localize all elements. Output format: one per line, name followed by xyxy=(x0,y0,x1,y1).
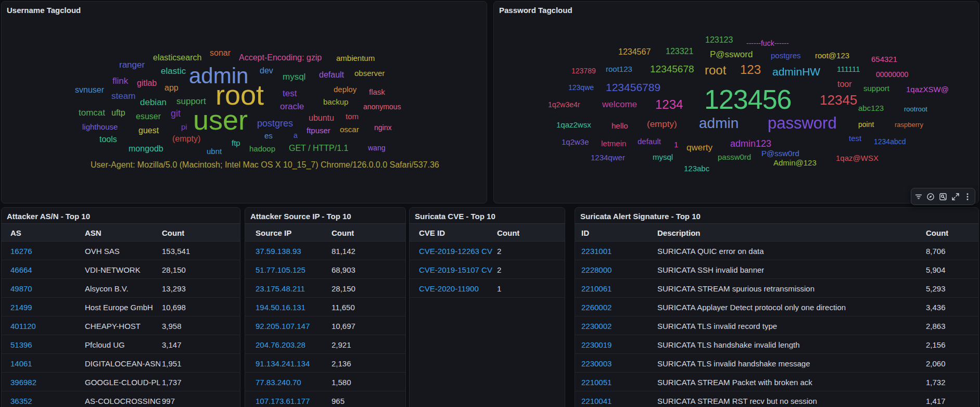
tagcloud-word[interactable]: root xyxy=(705,64,726,77)
column-header[interactable]: ID xyxy=(581,228,589,237)
tagcloud-word[interactable]: test xyxy=(849,134,861,142)
tagcloud-word[interactable]: raspberry xyxy=(895,121,923,128)
tagcloud-word[interactable]: es xyxy=(264,132,273,139)
table-cell-link[interactable]: 2231001 xyxy=(581,246,612,255)
tagcloud-word[interactable]: point xyxy=(858,121,874,128)
tagcloud-word[interactable]: user xyxy=(193,106,248,134)
tagcloud-word[interactable]: ambientum xyxy=(336,54,375,62)
tagcloud-word[interactable]: rootroot xyxy=(904,106,927,112)
tagcloud-word[interactable]: deploy xyxy=(334,85,357,93)
tagcloud-word[interactable]: guest xyxy=(138,126,159,135)
tagcloud-word[interactable]: hadoop xyxy=(249,145,275,152)
filter-icon[interactable] xyxy=(913,192,924,202)
tagcloud-word[interactable]: 123qwe xyxy=(568,84,594,91)
tagcloud-word[interactable]: welcome xyxy=(602,100,637,109)
tagcloud-word[interactable]: ranger xyxy=(119,60,145,69)
table-cell-link[interactable]: 194.50.16.131 xyxy=(256,302,306,311)
tagcloud-word[interactable]: ubuntu xyxy=(309,114,334,122)
tagcloud-word[interactable]: anonymous xyxy=(363,103,401,110)
table-cell-link[interactable]: 396982 xyxy=(10,377,36,386)
tagcloud-word[interactable]: mysql xyxy=(653,153,673,161)
tagcloud-word[interactable]: esuser xyxy=(136,112,161,121)
table-cell-link[interactable]: 46664 xyxy=(10,265,32,274)
tagcloud-word[interactable]: 123abc xyxy=(684,164,709,172)
table-cell-link[interactable]: 49870 xyxy=(10,284,32,292)
tagcloud-word[interactable]: 1 xyxy=(674,141,678,148)
tagcloud-word[interactable]: sonar xyxy=(210,49,231,57)
tagcloud-word[interactable]: admin xyxy=(699,116,739,131)
table-cell-link[interactable]: 36352 xyxy=(10,396,32,405)
tagcloud-word[interactable]: 1qaz2wsx xyxy=(556,121,591,129)
column-header[interactable]: Count xyxy=(162,228,184,237)
tagcloud-word[interactable]: default xyxy=(638,137,661,145)
tagcloud-word[interactable]: observer xyxy=(354,69,385,77)
tagcloud-word[interactable]: User-Agent: Mozilla/5.0 (Macintosh; Inte… xyxy=(91,161,439,169)
table-cell-link[interactable]: 2230003 xyxy=(581,359,612,367)
tagcloud-word[interactable]: pi xyxy=(181,123,187,131)
tagcloud-word[interactable]: app xyxy=(164,84,179,92)
table-cell-link[interactable]: 91.134.241.134 xyxy=(256,359,310,367)
tagcloud-word[interactable]: 111111 xyxy=(837,65,860,73)
tagcloud-word[interactable]: P@ssw0rd xyxy=(761,149,799,157)
table-cell-link[interactable]: 51.77.105.125 xyxy=(256,265,306,274)
tagcloud-word[interactable]: 00000000 xyxy=(876,71,908,78)
tagcloud-word[interactable]: oscar xyxy=(340,125,359,133)
tagcloud-word[interactable]: 123456 xyxy=(704,86,792,113)
table-cell-link[interactable]: 2210061 xyxy=(581,284,612,292)
tagcloud-word[interactable]: P@ssword xyxy=(710,50,753,59)
tagcloud-word[interactable]: Admin@123 xyxy=(773,159,817,167)
tagcloud-word[interactable]: tomcat xyxy=(79,108,105,117)
column-header[interactable]: Description xyxy=(657,228,701,237)
tagcloud-word[interactable]: 1234abcd xyxy=(874,138,906,145)
table-cell-link[interactable]: CVE-2019-12263 CV xyxy=(419,246,492,255)
tagcloud-word[interactable]: uftp xyxy=(111,109,125,117)
tagcloud-word[interactable]: ftpuser xyxy=(307,126,330,134)
table-cell-link[interactable]: 14061 xyxy=(10,359,32,367)
tagcloud-word[interactable]: passw0rd xyxy=(718,153,751,161)
table-cell-link[interactable]: 2210051 xyxy=(581,377,612,386)
table-cell-link[interactable]: CVE-2020-11900 xyxy=(419,284,479,292)
tagcloud-word[interactable]: qwerty xyxy=(686,143,712,152)
tagcloud-word[interactable]: dev xyxy=(260,67,273,75)
table-cell-link[interactable]: 37.59.138.93 xyxy=(256,246,301,255)
tagcloud-word[interactable]: support xyxy=(863,84,889,92)
table-cell-link[interactable]: 21499 xyxy=(10,302,32,311)
tagcloud-word[interactable]: a xyxy=(294,132,298,139)
tagcloud-word[interactable]: gitlab xyxy=(137,79,157,87)
tagcloud-word[interactable]: oracle xyxy=(280,102,304,111)
tagcloud-word[interactable]: 12345678 xyxy=(650,64,694,74)
table-cell-link[interactable]: 51396 xyxy=(10,340,32,349)
tagcloud-word[interactable]: letmein xyxy=(601,139,626,147)
tagcloud-word[interactable]: GET / HTTP/1.1 xyxy=(289,144,348,152)
tagcloud-word[interactable]: (empty) xyxy=(647,120,677,129)
tagcloud-word[interactable]: tools xyxy=(99,135,117,144)
table-cell-link[interactable]: 401120 xyxy=(10,321,36,330)
table-cell-link[interactable]: 92.205.107.147 xyxy=(256,321,310,330)
tagcloud-word[interactable]: ubnt xyxy=(207,147,222,155)
tagcloud-word[interactable]: 1qazXSW@ xyxy=(906,85,949,93)
tagcloud-word[interactable]: wang xyxy=(368,144,385,151)
table-cell-link[interactable]: CVE-2019-15107 CV xyxy=(419,265,492,274)
column-header[interactable]: Count xyxy=(332,228,354,237)
table-cell-link[interactable]: 2228000 xyxy=(581,265,612,274)
tagcloud-word[interactable]: adminHW xyxy=(772,66,820,77)
compass-icon[interactable] xyxy=(925,192,936,202)
tagcloud-word[interactable]: 12345 xyxy=(820,93,857,107)
tagcloud-word[interactable]: admin123 xyxy=(730,139,771,148)
tagcloud-word[interactable]: lighthouse xyxy=(82,123,118,131)
tagcloud-word[interactable]: root123 xyxy=(606,65,632,73)
tagcloud-word[interactable]: debian xyxy=(140,98,167,107)
tagcloud-word[interactable]: password xyxy=(768,115,837,131)
table-cell-link[interactable]: 2260002 xyxy=(581,302,612,311)
table-cell-link[interactable]: 2230019 xyxy=(581,340,612,349)
tagcloud-word[interactable]: toor xyxy=(837,80,852,88)
column-header[interactable]: CVE ID xyxy=(419,228,445,237)
tagcloud-word[interactable]: git xyxy=(171,109,181,118)
tagcloud-word[interactable]: 1q2w3e4r xyxy=(548,101,580,108)
tagcloud-word[interactable]: hello xyxy=(612,122,628,130)
column-header[interactable]: ASN xyxy=(85,228,101,237)
table-cell-link[interactable]: 23.175.48.211 xyxy=(256,284,305,292)
tagcloud-word[interactable]: test xyxy=(283,89,297,98)
tagcloud-word[interactable]: ------fuck------ xyxy=(746,40,789,47)
tagcloud-word[interactable]: nginx xyxy=(374,124,391,131)
